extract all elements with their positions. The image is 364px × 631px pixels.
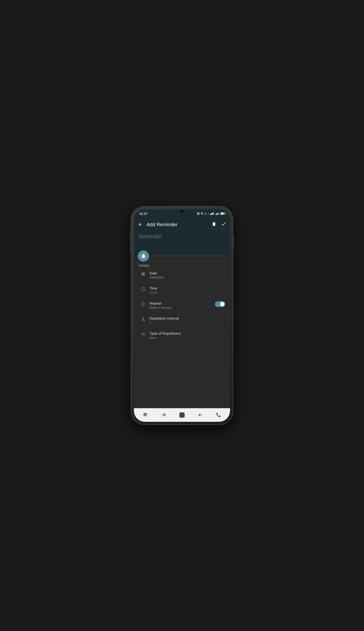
type-repetitions-content: Type of Repetitions Hour [148, 331, 225, 340]
reminder-input-area[interactable]: Reminder [134, 231, 230, 250]
nav-bar [134, 408, 230, 422]
date-title: Date [150, 271, 225, 275]
svg-rect-6 [180, 412, 184, 418]
battery-icon [220, 212, 225, 215]
repeat-title: Repeat [150, 301, 215, 305]
app-bar: Add Reminder [134, 218, 230, 231]
repeat-item[interactable]: Repeat Every 1 Hour(s) [134, 298, 230, 313]
nav-phone-button[interactable] [214, 410, 223, 420]
signal-bars-2 [216, 212, 219, 215]
repeat-toggle[interactable] [215, 301, 225, 307]
power-button[interactable] [233, 236, 234, 249]
date-subtitle: 29/8/2022 [150, 276, 225, 279]
date-item[interactable]: Date 29/8/2022 [134, 268, 230, 283]
nav-recents-button[interactable] [159, 410, 169, 420]
reminder-placeholder: Reminder [139, 234, 162, 240]
signal-bar2-4 [218, 212, 219, 215]
svg-rect-5 [163, 416, 166, 416]
content-section: Details Date 29/8/2022 [134, 256, 230, 408]
time-content: Time 11:17 [148, 286, 225, 294]
repeat-icon [139, 302, 148, 306]
updown-icon [139, 317, 148, 322]
google-icon: G [201, 212, 203, 215]
photo-icon: 🖼 [197, 212, 200, 215]
toolbar-actions [212, 221, 226, 228]
dot-icon: • [208, 212, 209, 215]
svg-rect-4 [163, 414, 166, 415]
date-icon [139, 272, 148, 276]
divider-line [152, 256, 226, 256]
signal-bar-2 [211, 213, 212, 215]
app-title: Add Reminder [145, 222, 212, 228]
nav-home-button[interactable] [177, 410, 187, 420]
bell-icon-circle[interactable] [138, 250, 149, 262]
repetition-interval-item[interactable]: Repetition Interval 1 [134, 313, 230, 328]
date-content: Date 29/8/2022 [148, 271, 225, 279]
time-icon [139, 286, 148, 292]
instagram-icon: ⊙ [204, 212, 206, 215]
signal-bars [210, 212, 214, 215]
vol-down-button[interactable] [130, 243, 131, 252]
status-time: 11:17 [139, 212, 147, 216]
confirm-button[interactable] [221, 221, 226, 228]
back-button[interactable] [138, 221, 145, 228]
type-repetitions-title: Type of Repetitions [150, 331, 225, 336]
phone-screen: 11:17 🖼 G ⊙ • [134, 209, 230, 422]
signal-bar2-3 [218, 213, 218, 215]
vol-up-button[interactable] [130, 230, 131, 240]
time-subtitle: 11:17 [150, 291, 225, 294]
signal-bar2-1 [216, 214, 216, 215]
signal-bar-4 [213, 212, 214, 215]
bell-row [134, 250, 230, 256]
list-icon [139, 332, 148, 336]
phone-device: 11:17 🖼 G ⊙ • [131, 206, 233, 425]
repeat-subtitle: Every 1 Hour(s) [150, 306, 215, 310]
time-title: Time [150, 286, 225, 290]
signal-bar-1 [210, 214, 211, 215]
nav-grid-button[interactable] [141, 410, 150, 420]
repetition-interval-subtitle: 1 [150, 321, 225, 324]
svg-rect-3 [163, 414, 166, 414]
svg-rect-1 [162, 414, 163, 415]
delete-button[interactable] [212, 222, 216, 228]
type-repetitions-subtitle: Hour [150, 336, 225, 340]
signal-bar2-2 [216, 213, 217, 215]
svg-rect-0 [162, 414, 163, 414]
repetition-interval-content: Repetition Interval 1 [148, 316, 225, 324]
battery-fill [221, 213, 224, 214]
nav-back-button[interactable] [195, 410, 205, 420]
repeat-content: Repeat Every 1 Hour(s) [148, 301, 215, 310]
repetition-interval-title: Repetition Interval [150, 316, 225, 320]
time-item[interactable]: Time 11:17 [134, 283, 230, 298]
top-section: Add Reminder Reminder [134, 218, 230, 256]
camera-notch [180, 210, 184, 213]
status-icons: 🖼 G ⊙ • [197, 212, 225, 215]
repeat-toggle-area[interactable] [215, 301, 225, 307]
signal-bar-3 [212, 213, 212, 215]
type-repetitions-item[interactable]: Type of Repetitions Hour [134, 328, 230, 343]
svg-rect-2 [162, 416, 163, 416]
